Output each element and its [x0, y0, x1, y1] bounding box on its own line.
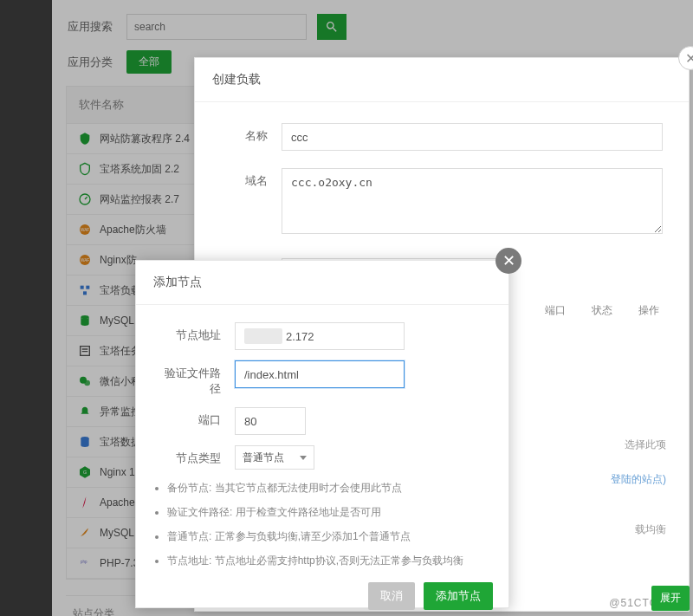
addr-label: 节点地址	[157, 322, 235, 343]
chevron-down-icon	[300, 456, 307, 460]
domain-textarea[interactable]	[282, 168, 663, 234]
help-bullet: 备份节点: 当其它节点都无法使用时才会使用此节点	[167, 480, 489, 496]
type-label: 节点类型	[157, 445, 235, 466]
col-status: 状态	[592, 303, 638, 318]
addr-input[interactable]: 2.172	[235, 322, 405, 350]
hint-1: 选择此项	[625, 438, 666, 452]
add-node-dialog: ✕ 添加节点 节点地址 2.172 验证文件路径 端口 节点类型 普通节点 备份…	[135, 260, 509, 608]
expand-button[interactable]: 展开	[651, 586, 690, 611]
port-label: 端口	[157, 407, 235, 428]
help-bullet: 普通节点: 正常参与负载均衡,请至少添加1个普通节点	[167, 528, 489, 544]
help-bullets: 备份节点: 当其它节点都无法使用时才会使用此节点验证文件路径: 用于检查文件路径…	[136, 475, 508, 568]
hint-3: 载均衡	[635, 522, 666, 537]
dialog1-title: 创建负载	[195, 58, 689, 102]
dialog2-title: 添加节点	[136, 261, 508, 305]
name-input[interactable]	[282, 123, 663, 151]
type-select[interactable]: 普通节点	[235, 445, 314, 470]
left-sidebar-strip	[0, 0, 52, 616]
col-operate: 操作	[638, 303, 659, 318]
submit-button[interactable]: 添加节点	[424, 582, 493, 610]
help-bullet: 验证文件路径: 用于检查文件路径地址是否可用	[167, 504, 489, 520]
close-icon[interactable]: ✕	[495, 248, 521, 274]
port-input[interactable]	[235, 407, 306, 435]
hint-2: 登陆的站点)	[611, 472, 666, 487]
path-input[interactable]	[235, 360, 405, 388]
cancel-button[interactable]: 取消	[368, 582, 415, 610]
name-label: 名称	[216, 123, 282, 144]
path-label: 验证文件路径	[157, 360, 235, 397]
help-bullet: 节点地址: 节点地址必需支持http协议,否则无法正常参与负载均衡	[167, 553, 489, 568]
col-port: 端口	[545, 303, 592, 318]
type-select-value: 普通节点	[243, 451, 284, 465]
addr-suffix: 2.172	[286, 330, 314, 343]
domain-label: 域名	[216, 168, 282, 189]
ip-masked	[244, 328, 282, 344]
